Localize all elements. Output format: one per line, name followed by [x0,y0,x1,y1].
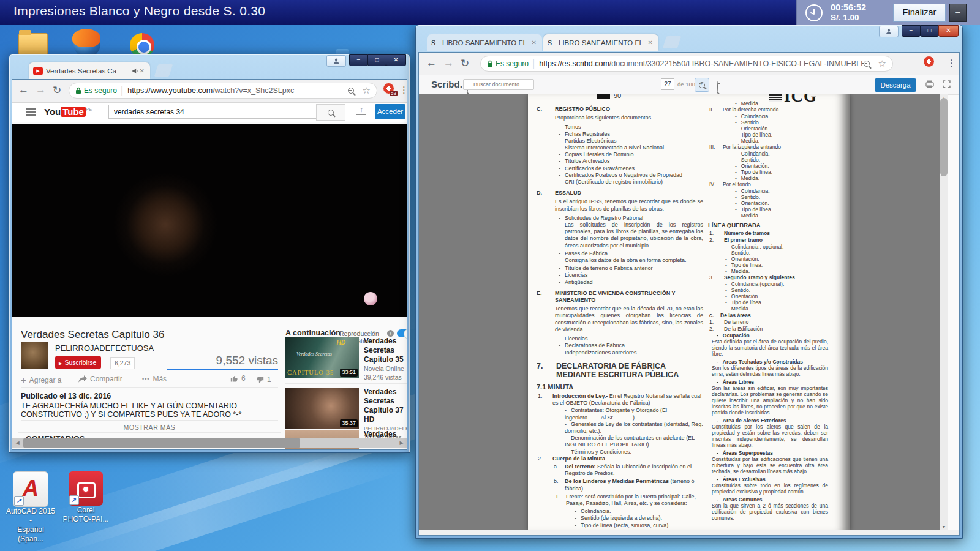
vertical-scrollbar[interactable]: ▲ ▼ [940,94,948,531]
doc-line: Términos y Condiciones. [565,449,703,455]
menu-icon[interactable] [26,108,36,110]
like-button[interactable]: 6 [230,374,246,383]
browser-toolbar: ← → ↻ Es seguro | https://es.scribd.com … [419,53,959,76]
desktop-folder-icon[interactable] [18,33,48,55]
doc-line: Partidas Electrónicas [559,138,703,144]
doc-line: 2.De la Edificación [709,326,828,332]
doc-line: 1.Introducción de Ley.- En el Registro N… [538,393,703,407]
chrome-profile-button[interactable] [326,55,346,67]
minimize-button[interactable]: − [902,25,921,37]
reload-button[interactable]: ↻ [53,84,61,97]
scrollbar-thumb[interactable] [940,98,948,176]
scrollbar-thumb[interactable] [23,438,300,448]
maximize-button[interactable]: □ [368,54,386,66]
upnext-item-meta[interactable]: Verdades SecretasCapitulo 35 Novela Onli… [364,337,407,381]
doc-line: C.REGISTRO PÚBLICO [537,106,703,113]
browser-tab[interactable]: ▶ Verdades Secretas Ca ✕ [29,62,150,79]
scribd-logo[interactable]: Scribd. [431,79,462,89]
new-tab-button[interactable] [663,36,681,48]
forward-button[interactable]: → [443,57,454,69]
divider [285,383,407,384]
search-button[interactable] [316,104,345,121]
new-tab-button[interactable] [154,64,173,77]
finish-button[interactable]: Finalizar [893,4,946,22]
doc-line: Consigna los datos de la obra en forma c… [565,257,703,264]
thumb-down-icon [256,376,264,384]
address-separator: | [121,85,123,96]
info-icon[interactable]: i [387,330,394,337]
corel-label: CorelPHOTO-PAI... [60,506,111,524]
upnext-title: Verdades SecretasCapitulo 35 [364,337,407,364]
scroll-left-icon[interactable]: ◀ [12,438,23,448]
zoom-in-button[interactable] [695,78,709,92]
channel-avatar[interactable] [21,342,48,369]
document-search-input[interactable] [463,79,534,90]
clock-icon [805,4,823,21]
document-viewport[interactable]: 90 ICG C.REGISTRO PÚBLICOProporciona los… [419,94,948,531]
minimize-button[interactable]: − [349,54,368,66]
url-host: https://www.youtube.com [127,86,213,95]
upnext-thumbnail[interactable]: 35:37 [285,388,359,429]
print-icon[interactable] [925,80,935,89]
share-button[interactable]: Compartir [78,375,123,383]
kiosk-minimize-button[interactable]: − [949,4,967,22]
search-input[interactable] [108,105,317,119]
back-button[interactable]: ← [426,57,437,69]
doc-line: E.MINISTERIO DE VIVIENDA CONSTRUCCIÓN Y … [537,290,703,304]
zoom-in-icon [699,82,705,88]
page-header-mark [597,94,610,99]
address-bar[interactable]: Es seguro | https://es.scribd.com /docum… [480,56,893,72]
url-host: https://es.scribd.com [539,59,609,68]
doc-line: Esta definida por el área de ocupación d… [712,339,828,357]
doc-line: Títulos Archivados [559,158,703,165]
browser-tab[interactable]: S LIBRO SANEAMIENTO FI ✕ [427,34,542,51]
tab-audio-icon[interactable] [132,68,138,74]
autocad-shortcut[interactable]: A↗ AutoCAD 2015 -Español (Span... [5,471,56,544]
scroll-right-icon[interactable]: ▶ [396,438,407,448]
add-to-button[interactable]: +Agregar a [21,375,61,385]
video-player[interactable] [12,124,407,317]
tab-close-icon[interactable]: ✕ [138,67,146,74]
maximize-button[interactable]: □ [920,25,939,37]
tab-close-icon[interactable]: ✕ [647,39,654,46]
doc-line: Sentido. [735,119,828,126]
browser-menu-icon[interactable]: ⋮ [399,84,407,96]
doc-line: Áreas Comunes [717,497,828,503]
download-button[interactable]: Descarga [875,78,916,92]
subscribe-button[interactable]: ▶Suscribirse [55,356,101,369]
upnext-thumbnail[interactable]: HD Verdades Secretas CAPITULO 35 33:51 [285,337,359,378]
page-number-input[interactable] [661,78,674,90]
extension-icon[interactable] [924,56,934,67]
fullscreen-icon[interactable] [943,80,951,88]
channel-name[interactable]: PELIRROJADEFECTUOSA [55,343,154,353]
youtube-logo[interactable]: YouTubePE [44,107,92,118]
doc-line: III.Por la izquierda entrando [709,144,828,150]
bookmark-star-icon[interactable]: ☆ [878,58,886,69]
signin-button[interactable]: Acceder [375,104,405,119]
corel-shortcut[interactable]: ↗ CorelPHOTO-PAI... [60,471,111,524]
address-bar[interactable]: Es seguro | https://www.youtube.com /wat… [69,83,377,99]
browser-tab-active[interactable]: S LIBRO SANEAMIENTO FI ✕ [543,34,658,51]
reload-button[interactable]: ↻ [461,57,469,70]
zoom-indicator-icon[interactable] [348,88,354,94]
dislike-button[interactable]: 1 [256,375,271,384]
doc-line: D.ESSALUD [537,190,703,197]
bookmark-star-icon[interactable]: ☆ [363,85,371,96]
thumbnail-hd-text: HD [337,339,345,346]
tab-close-icon[interactable]: ✕ [530,39,538,46]
upnext-channel: Novela Online [364,364,407,373]
back-button[interactable]: ← [18,84,29,96]
doc-line: II.Por la derecha entrando [709,107,828,113]
zoom-out-button[interactable] [717,81,718,92]
browser-menu-icon[interactable]: ⋮ [947,58,956,69]
more-button[interactable]: •••Más [142,375,167,383]
chrome-profile-button[interactable] [879,26,899,37]
forward-button[interactable]: → [36,84,46,96]
close-button[interactable]: ✕ [938,25,959,37]
close-button[interactable]: ✕ [386,54,406,66]
horizontal-scrollbar[interactable]: ◀ ▶ [12,438,407,448]
show-more-button[interactable]: MOSTRAR MÁS [21,424,278,431]
upload-icon[interactable]: ↑ [356,106,366,115]
page-total: de 188 [677,81,695,88]
zoom-indicator-icon[interactable] [864,61,870,67]
